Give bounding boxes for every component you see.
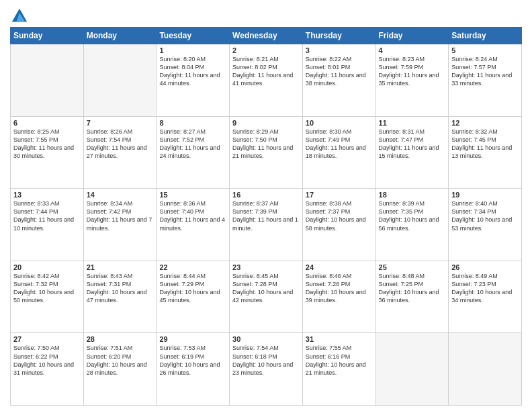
day-info: Sunrise: 7:55 AM Sunset: 6:16 PM Dayligh…	[306, 344, 373, 377]
day-info: Sunrise: 8:30 AM Sunset: 7:49 PM Dayligh…	[306, 128, 373, 161]
calendar-cell: 30Sunrise: 7:54 AM Sunset: 6:18 PM Dayli…	[230, 333, 303, 406]
day-info: Sunrise: 8:45 AM Sunset: 7:28 PM Dayligh…	[232, 272, 300, 305]
calendar-cell: 26Sunrise: 8:49 AM Sunset: 7:23 PM Dayli…	[449, 261, 522, 333]
day-info: Sunrise: 7:53 AM Sunset: 6:19 PM Dayligh…	[159, 344, 226, 377]
calendar-cell: 18Sunrise: 8:39 AM Sunset: 7:35 PM Dayli…	[375, 189, 449, 261]
calendar-cell: 1Sunrise: 8:20 AM Sunset: 8:04 PM Daylig…	[157, 44, 230, 117]
day-number: 5	[451, 46, 519, 54]
calendar-header-saturday: Saturday	[449, 28, 522, 44]
calendar-cell: 22Sunrise: 8:44 AM Sunset: 7:29 PM Dayli…	[157, 261, 230, 333]
day-info: Sunrise: 8:48 AM Sunset: 7:25 PM Dayligh…	[379, 272, 446, 305]
day-number: 25	[379, 263, 446, 271]
calendar-cell: 19Sunrise: 8:40 AM Sunset: 7:34 PM Dayli…	[449, 189, 522, 261]
calendar-table: SundayMondayTuesdayWednesdayThursdayFrid…	[10, 27, 522, 406]
day-info: Sunrise: 8:40 AM Sunset: 7:34 PM Dayligh…	[451, 199, 519, 232]
calendar-cell: 23Sunrise: 8:45 AM Sunset: 7:28 PM Dayli…	[230, 261, 303, 333]
calendar-cell: 14Sunrise: 8:34 AM Sunset: 7:42 PM Dayli…	[83, 189, 157, 261]
day-number: 31	[306, 335, 373, 343]
calendar-cell: 12Sunrise: 8:32 AM Sunset: 7:45 PM Dayli…	[449, 116, 522, 189]
day-number: 16	[232, 191, 300, 199]
day-number: 13	[13, 191, 81, 199]
calendar-cell: 6Sunrise: 8:25 AM Sunset: 7:55 PM Daylig…	[11, 116, 84, 189]
calendar-cell: 29Sunrise: 7:53 AM Sunset: 6:19 PM Dayli…	[157, 333, 230, 406]
calendar-header-tuesday: Tuesday	[157, 28, 230, 44]
day-number: 8	[159, 119, 226, 127]
calendar-cell: 17Sunrise: 8:38 AM Sunset: 7:37 PM Dayli…	[302, 189, 375, 261]
day-info: Sunrise: 8:23 AM Sunset: 7:59 PM Dayligh…	[379, 55, 446, 88]
day-info: Sunrise: 8:38 AM Sunset: 7:37 PM Dayligh…	[306, 199, 373, 232]
day-number: 11	[379, 119, 446, 127]
calendar-cell: 27Sunrise: 7:50 AM Sunset: 6:22 PM Dayli…	[11, 333, 84, 406]
calendar-header-friday: Friday	[375, 28, 449, 44]
day-number: 27	[13, 335, 81, 343]
day-number: 28	[87, 335, 154, 343]
day-info: Sunrise: 8:49 AM Sunset: 7:23 PM Dayligh…	[451, 272, 519, 305]
day-number: 21	[87, 263, 154, 271]
logo	[10, 7, 32, 26]
calendar-cell	[449, 333, 522, 406]
calendar-cell: 24Sunrise: 8:46 AM Sunset: 7:26 PM Dayli…	[302, 261, 375, 333]
day-number: 4	[379, 46, 446, 54]
day-info: Sunrise: 8:37 AM Sunset: 7:39 PM Dayligh…	[232, 199, 300, 232]
day-info: Sunrise: 8:44 AM Sunset: 7:29 PM Dayligh…	[159, 272, 226, 305]
day-info: Sunrise: 8:29 AM Sunset: 7:50 PM Dayligh…	[232, 128, 300, 161]
day-number: 15	[159, 191, 226, 199]
day-info: Sunrise: 8:43 AM Sunset: 7:31 PM Dayligh…	[87, 272, 154, 305]
day-number: 9	[232, 119, 300, 127]
logo-icon	[10, 7, 29, 26]
day-number: 23	[232, 263, 300, 271]
day-info: Sunrise: 8:20 AM Sunset: 8:04 PM Dayligh…	[159, 55, 226, 88]
calendar-cell: 9Sunrise: 8:29 AM Sunset: 7:50 PM Daylig…	[230, 116, 303, 189]
day-info: Sunrise: 8:36 AM Sunset: 7:40 PM Dayligh…	[159, 199, 226, 232]
day-info: Sunrise: 8:21 AM Sunset: 8:02 PM Dayligh…	[232, 55, 300, 88]
calendar-cell: 2Sunrise: 8:21 AM Sunset: 8:02 PM Daylig…	[230, 44, 303, 117]
day-info: Sunrise: 8:26 AM Sunset: 7:54 PM Dayligh…	[87, 128, 154, 161]
calendar-cell: 16Sunrise: 8:37 AM Sunset: 7:39 PM Dayli…	[230, 189, 303, 261]
day-number: 24	[306, 263, 373, 271]
day-info: Sunrise: 8:33 AM Sunset: 7:44 PM Dayligh…	[13, 199, 81, 232]
day-number: 26	[451, 263, 519, 271]
calendar-cell	[375, 333, 449, 406]
day-info: Sunrise: 8:34 AM Sunset: 7:42 PM Dayligh…	[87, 199, 154, 232]
day-number: 18	[379, 191, 446, 199]
calendar-cell: 15Sunrise: 8:36 AM Sunset: 7:40 PM Dayli…	[157, 189, 230, 261]
calendar-header-wednesday: Wednesday	[230, 28, 303, 44]
header	[10, 7, 522, 26]
calendar-week-3: 13Sunrise: 8:33 AM Sunset: 7:44 PM Dayli…	[11, 189, 522, 261]
calendar-cell: 13Sunrise: 8:33 AM Sunset: 7:44 PM Dayli…	[11, 189, 84, 261]
day-number: 7	[87, 119, 154, 127]
day-number: 22	[159, 263, 226, 271]
calendar-header-monday: Monday	[83, 28, 157, 44]
calendar-cell: 20Sunrise: 8:42 AM Sunset: 7:32 PM Dayli…	[11, 261, 84, 333]
day-info: Sunrise: 8:46 AM Sunset: 7:26 PM Dayligh…	[306, 272, 373, 305]
day-number: 6	[13, 119, 81, 127]
day-info: Sunrise: 8:27 AM Sunset: 7:52 PM Dayligh…	[159, 128, 226, 161]
day-number: 3	[306, 46, 373, 54]
calendar-cell	[83, 44, 157, 117]
calendar-week-5: 27Sunrise: 7:50 AM Sunset: 6:22 PM Dayli…	[11, 333, 522, 406]
calendar-cell: 28Sunrise: 7:51 AM Sunset: 6:20 PM Dayli…	[83, 333, 157, 406]
day-info: Sunrise: 7:50 AM Sunset: 6:22 PM Dayligh…	[13, 344, 81, 377]
day-number: 2	[232, 46, 300, 54]
day-info: Sunrise: 8:31 AM Sunset: 7:47 PM Dayligh…	[379, 128, 446, 161]
day-number: 14	[87, 191, 154, 199]
calendar-cell: 21Sunrise: 8:43 AM Sunset: 7:31 PM Dayli…	[83, 261, 157, 333]
calendar-header-sunday: Sunday	[11, 28, 84, 44]
day-number: 30	[232, 335, 300, 343]
calendar-cell: 10Sunrise: 8:30 AM Sunset: 7:49 PM Dayli…	[302, 116, 375, 189]
calendar-week-4: 20Sunrise: 8:42 AM Sunset: 7:32 PM Dayli…	[11, 261, 522, 333]
day-number: 19	[451, 191, 519, 199]
calendar-header-row: SundayMondayTuesdayWednesdayThursdayFrid…	[11, 28, 522, 44]
calendar-cell: 11Sunrise: 8:31 AM Sunset: 7:47 PM Dayli…	[375, 116, 449, 189]
calendar-week-1: 1Sunrise: 8:20 AM Sunset: 8:04 PM Daylig…	[11, 44, 522, 117]
day-number: 29	[159, 335, 226, 343]
day-number: 10	[306, 119, 373, 127]
day-info: Sunrise: 8:32 AM Sunset: 7:45 PM Dayligh…	[451, 128, 519, 161]
day-info: Sunrise: 8:22 AM Sunset: 8:01 PM Dayligh…	[306, 55, 373, 88]
calendar-cell: 25Sunrise: 8:48 AM Sunset: 7:25 PM Dayli…	[375, 261, 449, 333]
calendar-header-thursday: Thursday	[302, 28, 375, 44]
calendar-cell: 3Sunrise: 8:22 AM Sunset: 8:01 PM Daylig…	[302, 44, 375, 117]
day-info: Sunrise: 7:51 AM Sunset: 6:20 PM Dayligh…	[87, 344, 154, 377]
day-number: 17	[306, 191, 373, 199]
calendar-week-2: 6Sunrise: 8:25 AM Sunset: 7:55 PM Daylig…	[11, 116, 522, 189]
